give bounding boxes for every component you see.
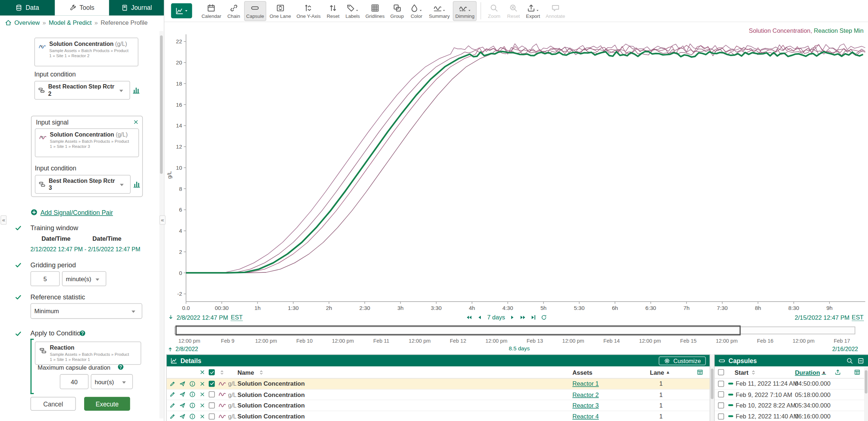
step-back-full-button[interactable] [466, 314, 472, 320]
tab-tools[interactable]: Tools [55, 0, 109, 16]
column-assets[interactable]: Assets [572, 366, 592, 378]
trend-chart[interactable]: 2220181614121086420-20.000:301h1:302h2:3… [164, 25, 868, 313]
add-pair-link[interactable]: Add Signal/Condition Pair [31, 209, 113, 216]
customize-button[interactable]: Customize [659, 356, 706, 365]
display-range-start[interactable]: 2/8/2022 12:47 PM [177, 314, 228, 320]
input-signal-select-2[interactable]: Solution Concentration (g/L) Sample Asse… [35, 129, 139, 157]
remove-pair-button[interactable] [133, 119, 139, 125]
timezone-link[interactable]: EST [231, 314, 243, 321]
toolbar-reset-button[interactable]: Reset [324, 1, 342, 21]
step-forward-full-button[interactable] [520, 314, 526, 320]
reference-statistic-select[interactable]: Minimum [31, 303, 142, 319]
investigate-range-start[interactable]: 2/8/2022 [176, 345, 198, 352]
training-window-range[interactable]: 2/12/2022 12:47 PM - 2/15/2022 12:47 PM [31, 246, 141, 252]
breadcrumb-item-model-predict[interactable]: Model & Predict [49, 19, 92, 26]
toolbar-dimming-button[interactable]: Dimming [453, 1, 477, 21]
capsule-columns-icon[interactable] [854, 369, 860, 375]
apply-condition-select[interactable]: Reaction Sample Assets » Batch Products … [35, 342, 141, 365]
toolbar-gridlines-button[interactable]: Gridlines [363, 1, 387, 21]
capsule-checkbox[interactable] [718, 392, 724, 398]
column-lane[interactable]: Lane▲ [650, 366, 670, 378]
column-duration[interactable]: Duration▲ [795, 366, 826, 378]
asset-link[interactable]: Reactor 1 [572, 379, 598, 389]
toolbar-capsule-button[interactable]: Capsule [244, 1, 266, 21]
send-icon[interactable] [179, 392, 185, 398]
sort-icon[interactable] [219, 369, 225, 375]
input-signal-select-1[interactable]: Solution Concentration (g/L) Sample Asse… [34, 38, 138, 66]
details-row-4[interactable]: g/LSolution ConcentrationReactor 41 [166, 411, 710, 421]
details-row-2[interactable]: g/LSolution ConcentrationReactor 21 [166, 389, 710, 400]
input-condition-select-1[interactable]: Best Reaction Step Rctr 2 [34, 81, 130, 100]
step-forward-button[interactable] [510, 314, 516, 320]
send-icon[interactable] [179, 413, 185, 420]
toolbar-one-lane-button[interactable]: One Lane [267, 1, 293, 21]
help-icon[interactable] [79, 330, 86, 337]
cancel-button[interactable]: Cancel [31, 397, 76, 411]
search-icon[interactable] [847, 357, 853, 364]
edit-icon[interactable] [169, 392, 176, 398]
info-icon[interactable] [189, 402, 196, 409]
remove-icon[interactable] [199, 392, 205, 398]
toolbar-labels-button[interactable]: Labels [343, 1, 362, 21]
legend-item[interactable]: Solution Concentration, [749, 27, 812, 34]
capsules-scrollbar[interactable] [864, 367, 868, 421]
send-icon[interactable] [179, 402, 185, 409]
send-icon[interactable] [179, 381, 185, 387]
timeline-selection[interactable] [176, 326, 741, 335]
help-icon[interactable] [117, 363, 124, 370]
toolbar-summary-button[interactable]: Summary [427, 1, 452, 21]
legend-item[interactable]: Reaction Step Min [814, 27, 864, 34]
info-icon[interactable] [189, 381, 196, 387]
go-to-now-button[interactable] [531, 314, 537, 320]
display-range-end[interactable]: 2/15/2022 12:47 PM [795, 314, 850, 320]
details-row-1[interactable]: g/LSolution ConcentrationReactor 11 [166, 379, 710, 390]
view-condition-button[interactable] [133, 180, 141, 188]
capsule-row-1[interactable]: Feb 11, 2022 11:24 AM04:50:00.000 [715, 379, 868, 390]
asset-link[interactable]: Reactor 4 [572, 411, 598, 421]
column-name[interactable]: Name [237, 366, 254, 378]
collapse-sidebar-button[interactable]: « [160, 215, 166, 225]
breadcrumb-item-reference-profile[interactable]: Reference Profile [101, 19, 148, 26]
info-icon[interactable] [189, 413, 196, 420]
edit-icon[interactable] [169, 381, 176, 387]
toolbar-color-button[interactable]: Color [407, 1, 425, 21]
timezone-link[interactable]: EST [852, 314, 864, 321]
capsule-checkbox[interactable] [718, 381, 724, 387]
capsule-checkbox[interactable] [718, 413, 724, 420]
asset-link[interactable]: Reactor 3 [572, 400, 598, 410]
toolbar-export-button[interactable]: Export [524, 1, 542, 21]
row-checkbox[interactable] [209, 381, 215, 387]
edit-icon[interactable] [169, 413, 176, 420]
auto-update-button[interactable] [541, 314, 547, 320]
toolbar-chain-button[interactable]: Chain [225, 1, 243, 21]
column-start[interactable]: Start [735, 366, 756, 378]
gridding-unit-select[interactable]: minute(s) [62, 271, 106, 286]
details-scrollbar[interactable] [710, 354, 714, 421]
capsule-row-3[interactable]: Feb 10, 2022 8:22 AM05:34:00.000 [715, 400, 868, 411]
breadcrumb-item-overview[interactable]: Overview [15, 19, 40, 26]
execute-button[interactable]: Execute [84, 397, 130, 411]
row-checkbox[interactable] [209, 402, 215, 409]
toolbar-one-y-axis-button[interactable]: One Y-Axis [294, 1, 323, 21]
collapse-left-panel-button[interactable]: « [1, 215, 7, 225]
max-duration-unit-select[interactable]: hour(s) [91, 374, 133, 389]
row-checkbox[interactable] [209, 392, 215, 398]
capsule-row-4[interactable]: Feb 12, 2022 11:40 AM06:16:00.000 [715, 411, 868, 421]
select-all-checkbox[interactable] [209, 369, 215, 375]
tab-data[interactable]: Data [0, 0, 55, 16]
tab-journal[interactable]: Journal [109, 0, 164, 16]
toolbar-group-button[interactable]: Group [388, 1, 406, 21]
asset-link[interactable]: Reactor 2 [572, 389, 598, 400]
info-icon[interactable] [189, 392, 196, 398]
capsule-checkbox[interactable] [718, 402, 724, 409]
input-condition-select-2[interactable]: Best Reaction Step Rctr 3 [35, 175, 131, 194]
sort-name-icon[interactable] [259, 369, 264, 375]
select-all-capsules-checkbox[interactable] [718, 369, 724, 375]
row-checkbox[interactable] [209, 413, 215, 420]
columns-icon[interactable] [697, 369, 703, 375]
investigate-range-end[interactable]: 2/16/2022 [832, 345, 858, 352]
edit-icon[interactable] [169, 402, 176, 409]
step-duration-link[interactable]: 7 days [487, 314, 505, 320]
remove-icon[interactable] [199, 413, 205, 420]
gridding-value-input[interactable]: 5 [31, 271, 60, 286]
